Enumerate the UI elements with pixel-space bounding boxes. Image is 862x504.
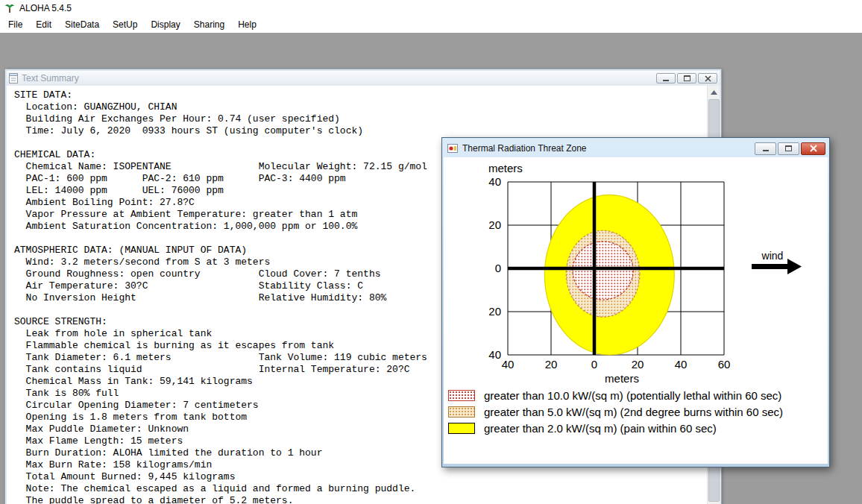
wind-arrow-icon [787, 259, 802, 274]
desktop: ALOHA 5.4.5 FileEditSiteDataSetUpDisplay… [0, 0, 862, 504]
menu-item-sharing[interactable]: Sharing [187, 17, 231, 32]
legend-swatch-yellow-solid [448, 423, 475, 434]
minimize-icon [663, 80, 669, 81]
window-controls [656, 73, 717, 84]
thermal-window-content: 40200204060402002040metersmeterswind gre… [444, 157, 828, 464]
chart-text: 40 [502, 358, 515, 371]
legend-swatch-orange-dots [448, 406, 475, 418]
menu-item-sitedata[interactable]: SiteData [58, 17, 106, 32]
chart-text: meters [605, 372, 639, 382]
text-summary-title: Text Summary [22, 73, 652, 84]
close-icon [705, 75, 711, 82]
maximize-icon [785, 145, 792, 151]
chart-text: meters [488, 162, 523, 174]
wind-arrow-shaft [752, 264, 787, 269]
chart-text: 60 [718, 358, 731, 371]
menu-item-edit[interactable]: Edit [29, 17, 58, 32]
threat-zone-window-icon [447, 144, 458, 153]
aloha-main-window: ALOHA 5.4.5 FileEditSiteDataSetUpDisplay… [0, 0, 862, 33]
chart-text: 40 [488, 175, 501, 188]
app-titlebar[interactable]: ALOHA 5.4.5 [0, 0, 862, 16]
minimize-icon [763, 150, 769, 151]
close-button[interactable] [801, 142, 825, 155]
chart-text: 20 [488, 218, 501, 231]
chart-text: 0 [495, 262, 501, 274]
wind-label: wind [761, 250, 784, 262]
arrow-up-icon [711, 90, 717, 95]
menu-item-help[interactable]: Help [231, 17, 263, 32]
legend-row: greater than 10.0 kW/(sq m) (potentially… [448, 387, 826, 403]
menubar: FileEditSiteDataSetUpDisplaySharingHelp [0, 16, 862, 33]
aloha-logo-icon [4, 3, 15, 13]
threat-zone-plot: 40200204060402002040metersmeterswind [444, 157, 828, 382]
legend-label: greater than 10.0 kW/(sq m) (potentially… [484, 389, 781, 402]
chart-text: 20 [488, 305, 501, 318]
chart-text: 20 [632, 358, 644, 371]
legend-label: greater than 2.0 kW/(sq m) (pain within … [484, 422, 717, 435]
chart-text: 40 [488, 348, 501, 361]
menu-item-display[interactable]: Display [144, 17, 186, 32]
chart-text: 40 [675, 358, 688, 371]
chart-text: 0 [591, 358, 597, 371]
minimize-button[interactable] [755, 142, 776, 155]
maximize-button[interactable] [778, 142, 799, 155]
threat-zone-legend: greater than 10.0 kW/(sq m) (potentially… [448, 387, 826, 436]
thermal-window-title: Thermal Radiation Threat Zone [462, 143, 750, 154]
mdi-area: Text Summary SITE DATA: Location: GUANGZ… [0, 33, 862, 504]
scroll-up-button[interactable] [708, 86, 720, 98]
thermal-threat-zone-window: Thermal Radiation Threat Zone 4020020406… [441, 137, 830, 467]
thermal-window-titlebar[interactable]: Thermal Radiation Threat Zone [444, 139, 828, 157]
maximize-icon [684, 75, 690, 81]
window-controls [755, 142, 825, 155]
maximize-button[interactable] [677, 73, 696, 84]
legend-row: greater than 5.0 kW/(sq m) (2nd degree b… [448, 403, 826, 420]
legend-swatch-red-dots [448, 390, 475, 401]
close-button[interactable] [698, 73, 717, 84]
menu-item-file[interactable]: File [1, 17, 29, 32]
text-summary-titlebar[interactable]: Text Summary [7, 71, 720, 86]
zone-10kW [573, 242, 633, 300]
chart-text: 20 [545, 358, 558, 371]
legend-row: greater than 2.0 kW/(sq m) (pain within … [448, 420, 826, 436]
menu-item-setup[interactable]: SetUp [106, 17, 144, 32]
document-icon [9, 73, 18, 84]
close-icon [810, 145, 817, 152]
legend-label: greater than 5.0 kW/(sq m) (2nd degree b… [484, 406, 783, 418]
minimize-button[interactable] [656, 73, 676, 84]
app-title: ALOHA 5.4.5 [19, 3, 72, 13]
